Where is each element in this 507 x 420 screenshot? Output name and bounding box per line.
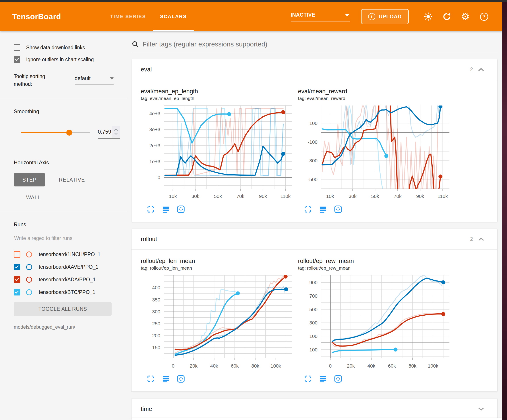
axis-relative-button[interactable]: RELATIVE xyxy=(57,177,86,183)
upload-button[interactable]: i UPLOAD xyxy=(361,9,409,24)
chart-toolbar xyxy=(141,204,298,214)
data-table-button[interactable] xyxy=(318,204,328,214)
svg-text:300: 300 xyxy=(309,320,317,326)
svg-text:80k: 80k xyxy=(251,363,259,369)
refresh-button[interactable] xyxy=(437,10,456,23)
line-chart[interactable]: 01e+32e+33e+34e+310k30k50k70k90k110k xyxy=(141,103,294,201)
run-row-aave[interactable]: tensorboard/AAVE/PPO_1 xyxy=(14,264,120,270)
section-header-rollout[interactable]: rollout 2 xyxy=(132,229,497,250)
svg-text:20k: 20k xyxy=(347,363,355,369)
runs-label: Runs xyxy=(14,221,120,227)
header-actions: INACTIVE i UPLOAD ⚙ ? xyxy=(291,9,493,24)
toggle-all-runs-button[interactable]: TOGGLE ALL RUNS xyxy=(14,302,112,316)
brightness-toggle-button[interactable] xyxy=(419,10,437,23)
section-card-rollout: rollout 2 rollout/ep_len_mean tag: rollo… xyxy=(132,229,497,392)
data-table-icon xyxy=(319,375,327,383)
data-table-button[interactable] xyxy=(318,374,328,384)
run-checkbox[interactable] xyxy=(14,276,20,283)
tab-scalars[interactable]: SCALARS xyxy=(153,2,194,31)
app-title: TensorBoard xyxy=(12,12,61,21)
chevron-down-icon[interactable] xyxy=(478,407,484,411)
show-download-links-checkbox[interactable] xyxy=(14,44,20,51)
run-row-btc[interactable]: tensorboard/BTC/PPO_1 xyxy=(14,289,120,296)
help-button[interactable]: ? xyxy=(475,10,493,23)
run-color-circle xyxy=(26,251,32,257)
slider-thumb[interactable] xyxy=(66,130,72,136)
smoothing-slider[interactable] xyxy=(21,132,90,133)
chevron-up-icon[interactable] xyxy=(478,237,484,241)
ignore-outliers-checkbox[interactable] xyxy=(14,56,20,63)
svg-text:70k: 70k xyxy=(236,193,244,199)
line-chart[interactable]: -100100300500700900020k40k60k80k100k xyxy=(298,272,451,371)
fullscreen-button[interactable] xyxy=(303,204,313,214)
reload-status-dropdown[interactable]: INACTIVE xyxy=(291,12,350,21)
window-top-strip xyxy=(0,0,507,2)
tab-bar: TIME SERIES SCALARS xyxy=(103,2,194,31)
smoothing-value[interactable]: 0.759 xyxy=(98,129,112,135)
fit-domain-icon xyxy=(177,375,185,383)
fullscreen-button[interactable] xyxy=(303,374,313,384)
chart-toolbar xyxy=(298,374,455,384)
line-chart[interactable]: 100-100-300-50010k30k50k70k90k110k xyxy=(298,103,451,201)
svg-text:80k: 80k xyxy=(408,363,416,369)
svg-text:110k: 110k xyxy=(437,193,448,199)
chart-tag: tag: rollout/ep_rew_mean xyxy=(298,265,455,271)
data-table-button[interactable] xyxy=(161,374,171,384)
svg-text:-100: -100 xyxy=(308,347,317,352)
tab-time-series[interactable]: TIME SERIES xyxy=(103,2,153,31)
run-row-ada[interactable]: tensorboard/ADA/PPO_1 xyxy=(14,276,120,283)
chart-toolbar xyxy=(141,374,298,384)
runs-filter-input[interactable] xyxy=(14,235,120,241)
check-icon xyxy=(15,277,19,281)
run-checkbox[interactable] xyxy=(14,289,20,296)
smoothing-stepper[interactable] xyxy=(112,126,120,138)
svg-text:700: 700 xyxy=(309,293,317,299)
section-card-time: time xyxy=(132,399,497,419)
fullscreen-button[interactable] xyxy=(146,374,156,384)
section-header-eval[interactable]: eval 2 xyxy=(132,59,497,80)
chevron-up-icon[interactable] xyxy=(478,68,484,72)
tooltip-sorting-select[interactable]: default xyxy=(75,75,113,84)
tag-filter-input[interactable] xyxy=(142,40,497,48)
svg-text:100: 100 xyxy=(309,121,317,126)
smoothing-label: Smoothing xyxy=(14,108,120,115)
run-row-1inch[interactable]: tensorboard/1INCH/PPO_1 xyxy=(14,251,120,258)
reload-status-value: INACTIVE xyxy=(291,12,315,18)
axis-step-button[interactable]: STEP xyxy=(14,173,45,186)
line-chart[interactable]: 150200250300350400020k40k60k80k100k xyxy=(141,272,294,371)
chevron-down-icon xyxy=(345,14,349,17)
svg-text:50k: 50k xyxy=(214,193,222,199)
fit-domain-button[interactable] xyxy=(333,374,343,384)
svg-text:30k: 30k xyxy=(191,193,199,199)
svg-text:10k: 10k xyxy=(169,193,177,199)
data-table-icon xyxy=(162,205,170,213)
section-title: eval xyxy=(141,66,152,73)
fit-domain-button[interactable] xyxy=(176,204,186,214)
svg-text:4e+3: 4e+3 xyxy=(149,111,160,116)
section-header-time[interactable]: time xyxy=(132,399,497,419)
svg-text:30k: 30k xyxy=(349,193,357,199)
search-icon xyxy=(132,41,139,48)
run-checkbox[interactable] xyxy=(14,251,20,258)
fullscreen-button[interactable] xyxy=(146,204,156,214)
fullscreen-icon xyxy=(147,205,155,213)
settings-button[interactable]: ⚙ xyxy=(456,10,475,23)
data-table-button[interactable] xyxy=(161,204,171,214)
chart-rollout-ep-len-mean: rollout/ep_len_mean tag: rollout/ep_len_… xyxy=(141,255,298,384)
section-count-badge: 2 xyxy=(470,67,473,73)
svg-text:0: 0 xyxy=(329,363,332,369)
section-count-badge: 2 xyxy=(470,236,473,242)
chevron-down-icon xyxy=(110,77,113,80)
smoothing-control: 0.759 xyxy=(14,126,120,139)
fit-domain-button[interactable] xyxy=(176,374,186,384)
divider xyxy=(0,149,126,149)
fit-domain-icon xyxy=(177,205,185,213)
main-content: eval 2 eval/mean_ep_length tag: eval/mea… xyxy=(126,31,502,420)
axis-wall-button[interactable]: WALL xyxy=(25,194,42,201)
chart-title: eval/mean_ep_length xyxy=(141,88,298,95)
run-checkbox[interactable] xyxy=(14,264,20,270)
fit-domain-icon xyxy=(334,205,342,213)
svg-text:-100: -100 xyxy=(308,139,317,145)
divider xyxy=(0,98,126,98)
fit-domain-button[interactable] xyxy=(333,204,343,214)
